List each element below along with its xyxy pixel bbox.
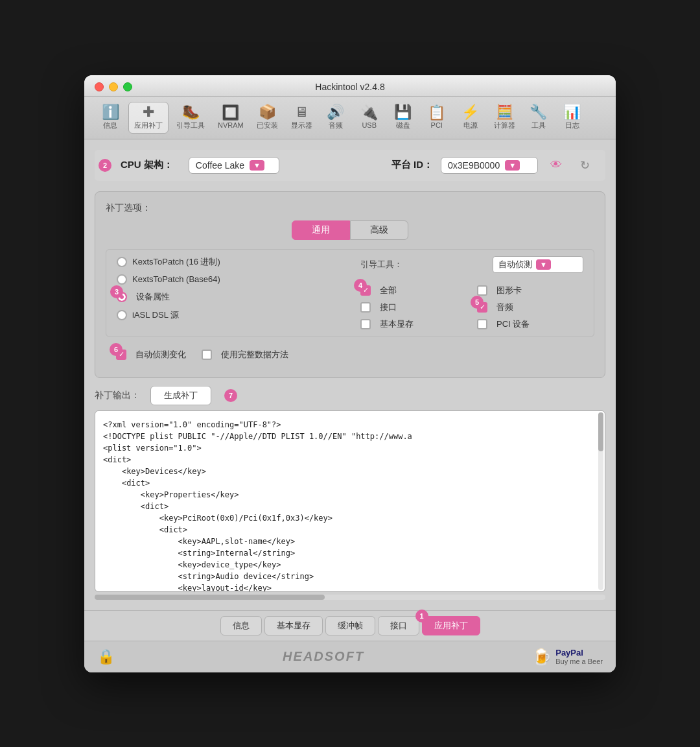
tab-advanced[interactable]: 高级 [350,220,408,240]
refresh-button[interactable]: ↻ [574,155,595,176]
toolbar-item-log[interactable]: 📊 日志 [557,102,588,133]
toolbar-item-disk[interactable]: 💾 磁盘 [388,102,419,133]
boot-icon: 🥾 [182,105,200,119]
toolbar-item-boot[interactable]: 🥾 引导工具 [171,102,210,133]
toolbar-item-nvram[interactable]: 🔲 NVRAM [213,103,249,132]
paypal-text-group: PayPal Buy me a Beer [555,648,603,665]
toolbar-item-patch[interactable]: ✚ 应用补丁 [128,102,169,134]
scrollbar-thumb[interactable] [598,412,603,451]
usb-icon: 🔌 [360,106,378,120]
toolbar-label-installed: 已安装 [257,121,278,130]
cpu-arch-arrow: ▼ [250,160,264,171]
checkboxes-left: 4 ✓ 全部 接口 基本显存 [360,285,467,330]
checkbox-vram[interactable] [360,319,371,329]
tab-general[interactable]: 通用 [292,220,350,240]
horizontal-scrollbar[interactable] [95,595,605,600]
paypal-cup-icon: 🍺 [532,648,552,666]
toolbar-item-audio[interactable]: 🔊 音频 [320,102,351,133]
installed-icon: 📦 [259,105,276,119]
checkbox-pci[interactable] [477,319,487,329]
cpu-arch-select[interactable]: Coffee Lake ▼ [189,157,279,174]
toolbar-item-power[interactable]: ⚡ 电源 [455,102,486,133]
toolbar-item-tools[interactable]: 🔧 工具 [523,102,554,133]
minimize-button[interactable] [109,82,118,91]
badge4-wrap: 4 ✓ [360,285,371,296]
close-button[interactable] [95,82,104,91]
toolbar-label-boot: 引导工具 [176,121,205,130]
badge-4: 4 [354,279,367,292]
check-row-pci: PCI 设备 [477,318,583,330]
check-label-all: 全部 [380,285,397,296]
toolbar-item-calc[interactable]: 🧮 计算器 [489,102,520,133]
badge-1: 1 [415,610,428,622]
bootloader-arrow: ▼ [536,259,551,270]
paypal-area: 🍺 PayPal Buy me a Beer [532,648,603,666]
check-row-port: 接口 [360,302,467,313]
audio-icon: 🔊 [327,105,344,119]
toolbar-label-audio: 音频 [329,121,343,130]
platform-id-select[interactable]: 0x3E9B0000 ▼ [441,157,538,174]
display-icon: 🖥 [294,105,309,119]
checkbox-gpu[interactable] [477,285,487,296]
toolbar-item-installed[interactable]: 📦 已安装 [251,102,283,133]
lock-icon: 🔒 [97,648,115,665]
cpu-arch-label: CPU 架构： [121,159,173,171]
bottom-tab-vram[interactable]: 基本显存 [264,616,323,635]
radio-label-kexts-b64: KextsToPatch (Base64) [132,274,220,284]
paypal-sub: Buy me a Beer [555,658,603,665]
toolbar: ℹ️ 信息 ✚ 应用补丁 🥾 引导工具 🔲 NVRAM 📦 已安装 🖥 显示器 … [84,97,616,139]
badge1-wrap: 1 应用补丁 [422,616,480,635]
bootloader-select[interactable]: 自动侦测 ▼ [493,256,583,273]
toolbar-item-usb[interactable]: 🔌 USB [354,103,385,132]
badge-7: 7 [224,389,237,402]
checkbox-port[interactable] [360,302,371,313]
toolbar-label-info: 信息 [103,121,117,130]
badge-3: 3 [110,285,123,298]
generate-button[interactable]: 生成补丁 [150,386,211,405]
bottom-tabbar: 信息 基本显存 缓冲帧 接口 1 应用补丁 [84,610,616,641]
traffic-lights [95,82,132,91]
toolbar-label-calc: 计算器 [494,121,515,130]
scrollbar-track [598,412,603,590]
radio-iasl[interactable] [117,310,127,320]
disk-icon: 💾 [394,105,412,119]
check-label-gpu: 图形卡 [496,285,522,296]
bottom-tab-info[interactable]: 信息 [220,616,262,635]
maximize-button[interactable] [123,82,132,91]
checkboxes-right: 图形卡 5 ✓ 音频 PCI 设备 [477,285,583,330]
radio-kexts-b64[interactable] [117,274,127,285]
bottom-tab-patch[interactable]: 应用补丁 [422,616,480,635]
check-row-all: 4 ✓ 全部 [360,285,467,296]
toolbar-label-usb: USB [362,121,377,129]
badge5-wrap: 5 ✓ [477,302,487,313]
footer: 🔒 HEADSOFT 🍺 PayPal Buy me a Beer [84,641,616,672]
bottom-options: 6 ✓ 自动侦测变化 使用完整数据方法 [106,342,594,367]
patch-options-title: 补丁选项： [106,202,594,214]
cpu-arch-value: Coffee Lake [196,160,244,171]
bootloader-label: 引导工具： [360,259,402,270]
bottom-tab-frames[interactable]: 缓冲帧 [325,616,375,635]
badge7-wrap: 7 [222,389,237,402]
check-label-fulldata: 使用完整数据方法 [221,349,288,361]
toolbar-item-pci[interactable]: 📋 PCI [421,103,452,132]
checkbox-fulldata[interactable] [202,350,212,360]
output-header: 补丁输出： 生成补丁 7 [95,386,605,405]
bottom-tab-ports[interactable]: 接口 [378,616,419,635]
toolbar-item-info[interactable]: ℹ️ 信息 [95,102,126,133]
radio-row-2: 3 设备属性 [117,291,340,303]
bootloader-value: 自动侦测 [498,259,532,270]
badge3-wrap: 3 [117,292,127,302]
headsoft-brand: HEADSOFT [283,649,364,664]
check-label-audio: 音频 [496,302,513,313]
toolbar-label-power: 电源 [463,121,478,130]
check-label-port: 接口 [380,302,397,313]
toolbar-label-log: 日志 [565,121,579,130]
toolbar-item-display[interactable]: 🖥 显示器 [286,102,318,133]
h-scroll-thumb[interactable] [95,595,325,600]
toolbar-label-tools: 工具 [531,121,546,130]
output-textarea[interactable]: <?xml version="1.0" encoding="UTF-8"?> <… [95,410,605,592]
radio-label-iasl: iASL DSL 源 [132,309,179,321]
eye-button[interactable]: 👁 [546,155,566,176]
toolbar-label-display: 显示器 [291,121,312,130]
radio-kexts-hex[interactable] [117,257,127,267]
